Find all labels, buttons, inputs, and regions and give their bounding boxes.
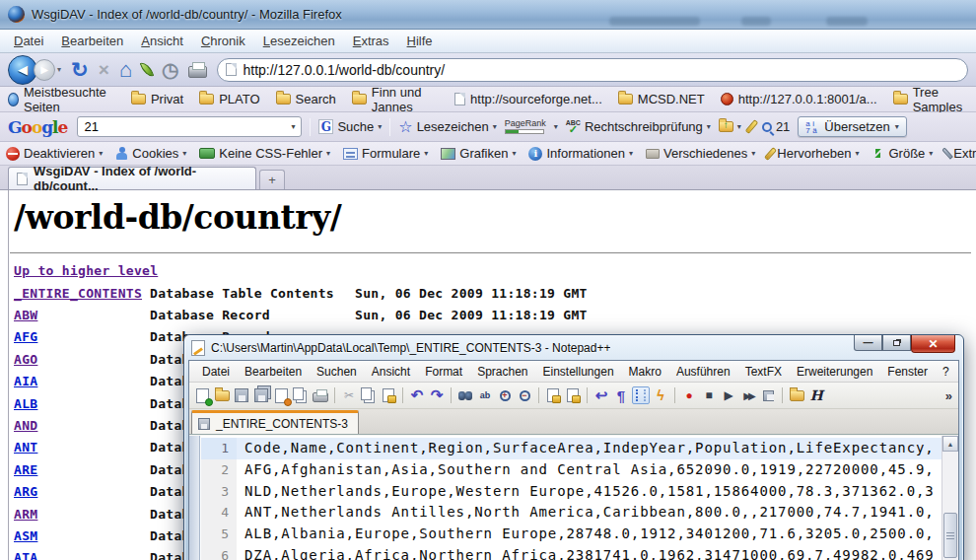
npp-menu-textfx[interactable]: TextFX [738, 363, 789, 381]
send-to-button[interactable]: ▾ [719, 121, 741, 132]
search-dropdown-icon[interactable]: ▾ [285, 117, 301, 136]
menu-chronik[interactable]: Chronik [193, 32, 253, 50]
save-all-icon[interactable] [254, 388, 268, 402]
entry-link[interactable]: AFG [14, 329, 150, 344]
npp-menu-suchen[interactable]: Suchen [310, 363, 364, 381]
play-macro-icon[interactable]: ▶ [720, 386, 737, 404]
close-file-icon[interactable] [275, 388, 288, 403]
cut-icon[interactable]: ✂ [340, 386, 358, 404]
paste-icon[interactable] [383, 388, 394, 402]
stop-button[interactable]: × [99, 59, 109, 81]
menu-extras[interactable]: Extras [345, 32, 397, 50]
entry-link[interactable]: ATA [14, 550, 150, 560]
minimize-button[interactable]: — [854, 335, 882, 351]
entry-link[interactable]: AIA [14, 374, 150, 388]
translate-button[interactable]: ai7ä Übersetzen ▾ [798, 116, 907, 137]
zoom-out-icon[interactable]: − [520, 390, 530, 401]
entry-link[interactable]: ALB [14, 396, 150, 411]
forward-button-group[interactable]: ▶ ▾ [34, 59, 61, 81]
entry-link[interactable]: ARE [14, 462, 150, 477]
npp-menu-ansicht[interactable]: Ansicht [365, 363, 417, 381]
bookmark-meistbesuchte-seiten[interactable]: Meistbesuchte Seiten [8, 85, 115, 114]
bookmark-tree-samples[interactable]: Tree Samples [893, 85, 968, 114]
restore-button[interactable] [882, 335, 911, 351]
bookmark-mcsd-net[interactable]: MCSD.NET [618, 92, 705, 106]
replace-icon[interactable]: ab [476, 386, 494, 404]
new-tab-button[interactable]: + [259, 170, 285, 189]
sync-vertical-icon[interactable] [547, 388, 559, 402]
entry-link[interactable]: ARM [14, 507, 150, 522]
close-button[interactable]: ✕ [911, 335, 955, 353]
entry-link[interactable]: ARG [14, 484, 150, 499]
print-button[interactable] [188, 66, 207, 78]
scroll-up-button[interactable]: ▲ [942, 436, 958, 452]
vertical-scrollbar[interactable]: ▲ [941, 436, 958, 560]
npp-menu-erweiterungen[interactable]: Erweiterungen [790, 363, 879, 381]
scrollbar-thumb[interactable] [943, 513, 957, 558]
zoom-in-icon[interactable]: + [500, 390, 511, 401]
google-lesezeichen-button[interactable]: ☆ Lesezeichen ▾ [398, 117, 496, 136]
undo-icon[interactable]: ↶ [408, 386, 426, 404]
entry-link[interactable]: AND [14, 418, 150, 433]
devbar-cookies[interactable]: Cookies▾ [115, 146, 186, 161]
entry-link[interactable]: ABW [14, 308, 150, 322]
new-file-icon[interactable] [196, 388, 209, 403]
bookmark-privat[interactable]: Privat [131, 92, 183, 106]
devbar-informationen[interactable]: iInformationen▾ [528, 146, 633, 161]
zoom-indicator[interactable]: 21 [762, 119, 790, 134]
bookmark-plato[interactable]: PLATO [199, 92, 259, 106]
explorer-icon[interactable] [790, 390, 804, 401]
spellcheck-button[interactable]: ABC✓ Rechtschreibprüfung ▾ [566, 119, 711, 135]
close-all-icon[interactable] [293, 387, 304, 400]
devbar-extras[interactable]: Extras▾ [945, 146, 976, 161]
up-to-higher-level-link[interactable]: Up to higher level [14, 263, 158, 278]
show-all-characters-icon[interactable]: ¶ [612, 386, 630, 404]
pagerank-indicator[interactable]: PageRank [505, 119, 546, 134]
entry-link[interactable]: ANT [14, 440, 150, 455]
npp-menu-help[interactable]: ? [936, 363, 956, 381]
leaf-addon-icon[interactable] [140, 60, 155, 79]
bookmark-sourceforge[interactable]: http://sourceforge.net... [454, 92, 602, 106]
save-macro-icon[interactable] [763, 390, 774, 401]
notepad-editor[interactable]: 1Code,Name,Continent,Region,SurfaceArea,… [189, 436, 958, 560]
entry-link[interactable]: _ENTIRE_CONTENTS [14, 286, 150, 301]
toolbar-overflow-chevron-icon[interactable]: » [945, 388, 954, 403]
devbar-groesse[interactable]: Größe▾ [871, 146, 933, 161]
copy-icon[interactable] [361, 387, 372, 400]
url-bar[interactable] [217, 58, 968, 82]
npp-menu-sprachen[interactable]: Sprachen [470, 363, 534, 381]
save-icon[interactable] [235, 388, 248, 402]
menu-lesezeichen[interactable]: Lesezeichen [255, 32, 343, 50]
stop-macro-icon[interactable]: ■ [700, 386, 718, 404]
google-suche-button[interactable]: G Suche ▾ [318, 119, 382, 134]
menu-hilfe[interactable]: Hilfe [399, 32, 441, 50]
url-input[interactable] [243, 62, 959, 78]
open-icon[interactable] [215, 390, 230, 401]
function-list-icon[interactable]: ϟ [652, 386, 669, 404]
tab-entire-contents-3[interactable]: _ENTIRE_CONTENTS-3 [191, 410, 359, 434]
menu-ansicht[interactable]: Ansicht [133, 32, 191, 50]
indent-guide-icon[interactable] [632, 386, 650, 404]
devbar-css[interactable]: Keine CSS-Fehler▾ [199, 146, 330, 161]
word-wrap-icon[interactable]: ↩ [593, 386, 610, 404]
bookmark-finn-und-jannes[interactable]: Finn und Jannes [352, 85, 439, 114]
npp-menu-einstellungen[interactable]: Einstellungen [536, 363, 621, 381]
devbar-verschiedenes[interactable]: Verschiedenes▾ [646, 146, 755, 161]
npp-menu-format[interactable]: Format [418, 363, 469, 381]
find-icon[interactable] [458, 391, 472, 400]
devbar-hervorheben[interactable]: Hervorheben▾ [768, 146, 859, 161]
forward-button[interactable]: ▶ [34, 59, 55, 81]
record-macro-icon[interactable]: ● [680, 386, 698, 404]
bookmark-search[interactable]: Search [276, 92, 336, 106]
sync-horizontal-icon[interactable] [567, 388, 579, 402]
npp-menu-ausfuehren[interactable]: Ausführen [669, 363, 737, 381]
devbar-formulare[interactable]: Formulare▾ [343, 146, 428, 161]
google-search-box[interactable]: ▾ [77, 116, 302, 137]
reload-button[interactable]: ↻ [71, 58, 89, 82]
npp-menu-datei[interactable]: Datei [195, 363, 237, 381]
print-icon[interactable] [313, 392, 328, 402]
npp-menu-bearbeiten[interactable]: Bearbeiten [238, 363, 309, 381]
bookmark-margin[interactable] [189, 436, 200, 560]
chevron-down-icon[interactable]: ▾ [554, 122, 558, 131]
npp-menu-makro[interactable]: Makro [622, 363, 668, 381]
